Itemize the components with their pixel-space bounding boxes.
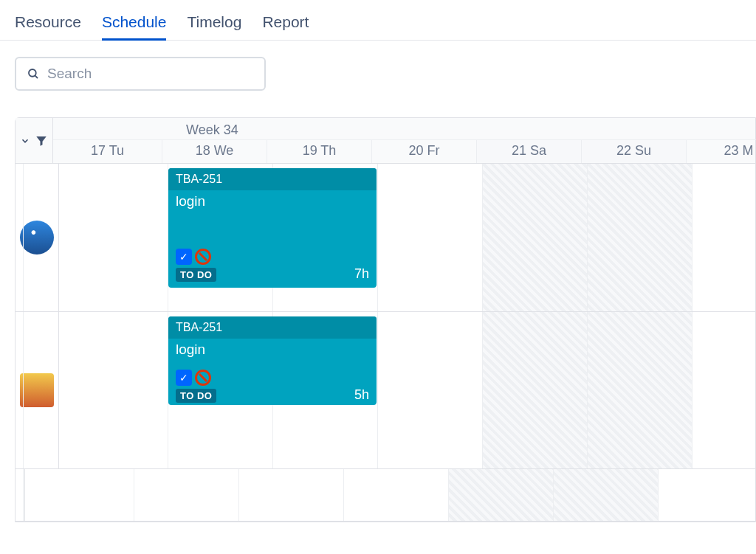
day-cell[interactable] <box>378 164 483 311</box>
tab-resource[interactable]: Resource <box>15 13 81 40</box>
blocked-icon <box>195 249 211 265</box>
calendar-header: Week 34 17 Tu 18 We 19 Th 20 Fr 21 Sa 22… <box>16 118 755 164</box>
resource-cell[interactable] <box>16 312 59 468</box>
top-tabs: Resource Schedule Timelog Report <box>0 0 756 41</box>
avatar <box>20 373 54 407</box>
day-cell[interactable] <box>449 469 554 521</box>
day-cell[interactable] <box>693 312 756 468</box>
tab-report[interactable]: Report <box>262 13 309 40</box>
event-title: login <box>168 190 377 244</box>
day-header: 23 M <box>687 140 756 163</box>
day-cell[interactable] <box>483 312 588 468</box>
task-type-icon: ✓ <box>176 249 192 265</box>
resource-row: TBA-251 login ✓ TO DO 5h <box>16 312 755 469</box>
event-key: TBA-251 <box>168 316 377 339</box>
blocked-icon <box>195 370 211 386</box>
event-hours: 5h <box>354 387 369 403</box>
resource-row: TBA-251 login ✓ TO DO 7h <box>16 164 755 312</box>
status-badge: TO DO <box>176 389 216 403</box>
schedule-event[interactable]: TBA-251 login ✓ TO DO 7h <box>168 168 377 288</box>
resource-row <box>16 469 755 522</box>
task-type-icon: ✓ <box>176 370 192 386</box>
event-hours: 7h <box>354 266 369 282</box>
schedule-event[interactable]: TBA-251 login ✓ TO DO 5h <box>168 316 377 405</box>
day-cell[interactable] <box>344 469 449 521</box>
search-row <box>0 41 756 107</box>
day-header: 20 Fr <box>372 140 477 163</box>
day-cell[interactable] <box>588 164 693 311</box>
chevron-down-icon[interactable] <box>20 136 30 146</box>
day-header: 19 Th <box>267 140 372 163</box>
svg-point-0 <box>29 69 36 77</box>
day-cell[interactable] <box>59 164 168 311</box>
sidebar-header <box>16 118 53 163</box>
resource-cell[interactable] <box>16 469 25 521</box>
day-cell[interactable] <box>588 312 693 468</box>
day-header: 18 We <box>162 140 267 163</box>
tab-schedule[interactable]: Schedule <box>102 13 167 40</box>
avatar <box>20 221 54 255</box>
day-cell[interactable] <box>59 312 168 468</box>
day-cell[interactable] <box>134 469 239 521</box>
svg-line-1 <box>35 75 38 78</box>
resource-cell[interactable] <box>16 164 59 311</box>
days-header: Week 34 17 Tu 18 We 19 Th 20 Fr 21 Sa 22… <box>53 118 756 163</box>
event-key: TBA-251 <box>168 168 377 190</box>
day-cell[interactable] <box>378 312 483 468</box>
day-cell[interactable] <box>239 469 344 521</box>
search-icon <box>27 67 40 80</box>
day-header: 21 Sa <box>477 140 582 163</box>
search-input[interactable] <box>47 66 254 82</box>
tab-timelog[interactable]: Timelog <box>187 13 241 40</box>
day-header: 17 Tu <box>53 140 162 163</box>
day-header: 22 Su <box>582 140 687 163</box>
day-cell[interactable] <box>25 469 134 521</box>
day-cell[interactable] <box>693 164 756 311</box>
day-cell[interactable] <box>483 164 588 311</box>
event-title: login <box>168 339 377 365</box>
schedule-calendar: Week 34 17 Tu 18 We 19 Th 20 Fr 21 Sa 22… <box>15 117 756 522</box>
search-box[interactable] <box>15 57 266 91</box>
status-badge: TO DO <box>176 268 216 282</box>
day-cell[interactable] <box>554 469 659 521</box>
week-label: Week 34 <box>53 118 756 140</box>
filter-icon[interactable] <box>35 134 48 148</box>
day-cell[interactable] <box>659 469 756 521</box>
